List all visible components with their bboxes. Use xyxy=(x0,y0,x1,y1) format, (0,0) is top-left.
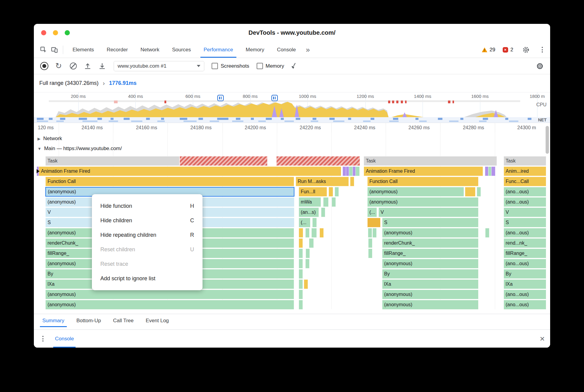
frame-s[interactable]: S xyxy=(382,218,479,227)
tab-network[interactable]: Network xyxy=(134,42,166,58)
frame-function-call[interactable]: Function Call xyxy=(367,177,479,186)
frame-fillrange[interactable]: fillRange_ xyxy=(382,249,479,258)
frame-anim-ired[interactable]: Anim...ired xyxy=(504,166,546,176)
frame-v[interactable]: V xyxy=(378,207,479,217)
breadcrumb-full-range[interactable]: Full range (34307.26ms) xyxy=(39,80,99,86)
reload-and-record-button[interactable]: ↻ xyxy=(54,61,63,71)
settings-gear-icon[interactable] xyxy=(521,44,531,55)
flame-frame[interactable] xyxy=(320,228,324,238)
load-profile-icon[interactable] xyxy=(83,61,92,71)
screenshots-checkbox[interactable]: Screenshots xyxy=(212,63,249,69)
frame-anonymous[interactable]: (anonymous) xyxy=(382,300,479,310)
flame-frame[interactable] xyxy=(306,249,310,258)
timeline-overview[interactable]: 200 ms400 ms600 ms800 ms1000 ms1200 ms14… xyxy=(34,92,550,123)
tab-memory[interactable]: Memory xyxy=(239,42,271,58)
flame-frame[interactable] xyxy=(305,228,310,238)
menu-item-hide-children[interactable]: Hide childrenC xyxy=(92,213,203,228)
frame-anonymous[interactable]: (anonymous) xyxy=(367,197,479,207)
frame-frame[interactable]: (... xyxy=(299,218,310,227)
frame-run-m-asks[interactable]: Run M...asks xyxy=(296,177,349,186)
flame-frame[interactable] xyxy=(312,218,317,227)
flame-frame[interactable] xyxy=(321,207,325,217)
collect-garbage-icon[interactable] xyxy=(289,61,299,71)
frame-lxa[interactable]: lXa xyxy=(382,279,479,289)
close-drawer-icon[interactable]: × xyxy=(540,335,545,343)
flame-frame[interactable] xyxy=(299,269,303,279)
flame-frame[interactable] xyxy=(180,156,268,166)
network-track-header[interactable]: ▶ Network xyxy=(37,134,62,143)
save-profile-icon[interactable] xyxy=(97,61,107,71)
details-tab-call-tree[interactable]: Call Tree xyxy=(107,314,140,327)
flame-frame[interactable] xyxy=(368,228,372,238)
flame-frame[interactable] xyxy=(276,156,360,166)
flame-frame[interactable] xyxy=(485,228,489,238)
frame-animation-frame-fired[interactable]: Animation Frame Fired xyxy=(364,166,483,176)
flame-frame[interactable] xyxy=(368,238,372,248)
details-tab-summary[interactable]: Summary xyxy=(36,314,70,327)
flame-frame[interactable] xyxy=(299,300,303,310)
tab-recorder[interactable]: Recorder xyxy=(100,42,134,58)
flame-frame[interactable] xyxy=(329,187,333,197)
frame-task[interactable]: Task xyxy=(504,156,546,166)
flame-frame[interactable] xyxy=(311,228,317,238)
frame-ano-ous[interactable]: (ano...ous) xyxy=(504,197,546,207)
flame-frame[interactable] xyxy=(299,228,303,238)
tab-sources[interactable]: Sources xyxy=(166,42,197,58)
frame-ano-ous[interactable]: (ano...ous) xyxy=(504,187,546,197)
frame-task[interactable]: Task xyxy=(364,156,497,166)
flame-frame[interactable] xyxy=(332,197,336,207)
flame-frame[interactable] xyxy=(299,249,303,258)
drawer-menu-icon[interactable] xyxy=(39,336,47,342)
frame-anonymous[interactable]: (anonymous) xyxy=(367,187,464,197)
memory-checkbox[interactable]: Memory xyxy=(257,63,284,69)
frame-renderchunk[interactable]: renderChunk_ xyxy=(382,238,479,248)
frame-fun-ll[interactable]: Fun...ll xyxy=(299,187,327,197)
flame-frame[interactable] xyxy=(368,249,372,258)
flame-frame[interactable] xyxy=(335,187,339,197)
tab-performance[interactable]: Performance xyxy=(197,42,239,58)
frame-ano-ous[interactable]: (ano...ous) xyxy=(504,300,546,310)
flame-frame[interactable] xyxy=(491,166,495,176)
frame-anonymous[interactable]: (anonymous) xyxy=(382,290,479,299)
flame-frame[interactable] xyxy=(299,238,303,248)
frame-v[interactable]: V xyxy=(504,207,546,217)
frame-mwa[interactable]: mWa xyxy=(299,197,321,207)
menu-item-hide-function[interactable]: Hide functionH xyxy=(92,199,203,213)
kebab-menu-icon[interactable] xyxy=(539,47,546,53)
details-tab-bottom-up[interactable]: Bottom-Up xyxy=(70,314,107,327)
flame-frame[interactable] xyxy=(323,197,329,207)
flame-frame[interactable] xyxy=(305,259,310,268)
frame-s[interactable]: S xyxy=(504,218,546,227)
frame-animation-frame-fired[interactable]: Animation Frame Fired xyxy=(39,166,341,176)
flame-frame[interactable] xyxy=(350,177,354,186)
scrollbar-thumb[interactable] xyxy=(546,126,549,154)
frame-ano-ous[interactable]: (ano...ous) xyxy=(504,228,546,238)
drawer-tab-console[interactable]: Console xyxy=(53,330,76,348)
selection-handle-left[interactable] xyxy=(217,95,224,101)
frame-anonymous[interactable]: (anonymous) xyxy=(45,290,294,299)
frame-function-call[interactable]: Function Call xyxy=(45,177,294,186)
frame-anonymous[interactable]: (anonymous) xyxy=(382,228,479,238)
device-toolbar-icon[interactable] xyxy=(49,44,60,55)
inspect-element-icon[interactable] xyxy=(38,44,49,55)
tab-console[interactable]: Console xyxy=(271,42,302,58)
flame-frame[interactable] xyxy=(465,187,475,197)
record-button[interactable] xyxy=(39,61,49,71)
details-tab-event-log[interactable]: Event Log xyxy=(140,314,175,327)
flame-frame[interactable] xyxy=(299,290,303,299)
main-track-header[interactable]: ▼ Main — https://www.youtube.com/ xyxy=(37,144,122,153)
clear-recording-button[interactable] xyxy=(68,61,78,71)
frame-fillrange[interactable]: fillRange_ xyxy=(504,249,546,258)
warnings-badge[interactable]: 29 xyxy=(482,47,495,53)
frame-anonymous[interactable]: (anonymous) xyxy=(382,259,479,268)
flame-frame[interactable] xyxy=(309,238,314,248)
flame-frame[interactable] xyxy=(367,218,381,227)
frame-frame[interactable]: (... xyxy=(367,207,377,217)
errors-badge[interactable]: × 2 xyxy=(503,47,513,53)
menu-item-add-script-to-ignore-list[interactable]: Add script to ignore list xyxy=(92,271,203,286)
more-tabs-chevron[interactable]: » xyxy=(302,46,313,54)
frame-an-s[interactable]: (an...s) xyxy=(299,207,319,217)
frame-by[interactable]: By xyxy=(504,269,546,279)
flame-frame[interactable] xyxy=(477,187,481,197)
selection-handle-right[interactable] xyxy=(271,95,278,101)
